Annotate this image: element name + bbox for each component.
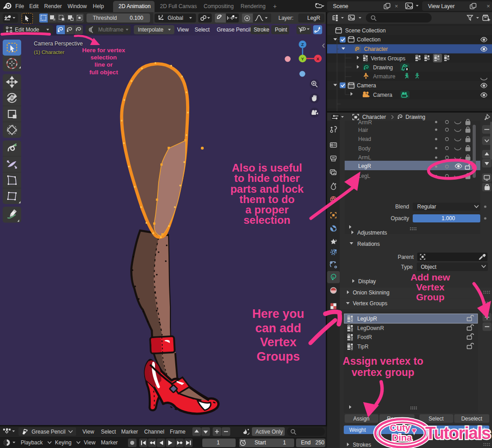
svg-text:Scene Collection: Scene Collection xyxy=(345,27,386,34)
svg-text:Body: Body xyxy=(358,145,370,152)
svg-text:LegDownR: LegDownR xyxy=(357,325,384,331)
svg-text:Channel: Channel xyxy=(144,429,164,435)
svg-text:Drawing: Drawing xyxy=(373,64,393,71)
svg-text:View: View xyxy=(84,439,96,446)
svg-text:Weight: Weight xyxy=(349,427,366,433)
svg-text:Dina: Dina xyxy=(392,432,412,443)
svg-text:TipR: TipR xyxy=(357,344,369,350)
svg-text:Type: Type xyxy=(401,264,413,270)
svg-text:View: View xyxy=(82,429,94,435)
svg-text:Frame: Frame xyxy=(170,429,186,435)
svg-text:Select: Select xyxy=(101,429,116,435)
svg-text:Opacity: Opacity xyxy=(391,215,409,222)
svg-text:Tutorials: Tutorials xyxy=(425,424,491,443)
svg-text:Assign: Assign xyxy=(353,416,369,422)
svg-text:Cuty: Cuty xyxy=(390,422,410,433)
svg-text:Head: Head xyxy=(358,136,371,142)
svg-text:Start: Start xyxy=(255,439,266,446)
svg-text:Camera: Camera xyxy=(373,92,392,98)
svg-text:Z: Z xyxy=(301,42,304,47)
svg-text:1: 1 xyxy=(217,439,220,446)
svg-text:Object: Object xyxy=(421,264,437,270)
svg-text:Hair: Hair xyxy=(358,127,368,133)
svg-text:FootR: FootR xyxy=(357,334,372,340)
svg-text:♥: ♥ xyxy=(412,426,416,435)
svg-text:Adjustments: Adjustments xyxy=(357,230,387,236)
svg-text:LegR: LegR xyxy=(358,163,371,169)
svg-text:End: End xyxy=(301,439,310,446)
svg-text:Marker: Marker xyxy=(101,439,118,446)
svg-text:Vertex Groups: Vertex Groups xyxy=(353,300,387,307)
svg-text:ArmL: ArmL xyxy=(358,154,371,161)
svg-text:1.000: 1.000 xyxy=(442,215,455,222)
svg-text:Playback: Playback xyxy=(21,439,43,446)
svg-text:Relations: Relations xyxy=(357,241,380,247)
svg-text:1: 1 xyxy=(283,439,286,446)
svg-text:Armature: Armature xyxy=(373,73,396,80)
svg-text:Display: Display xyxy=(358,278,376,285)
svg-text:Collection: Collection xyxy=(357,36,381,43)
svg-text:LegL: LegL xyxy=(358,173,370,179)
svg-text:Drawing: Drawing xyxy=(405,114,425,120)
svg-text:ArmR: ArmR xyxy=(358,119,372,126)
svg-text:X: X xyxy=(316,56,319,61)
svg-text:Keying: Keying xyxy=(55,439,72,446)
svg-text:Parent: Parent xyxy=(398,254,414,260)
svg-text:Regular: Regular xyxy=(417,204,436,210)
svg-text:Y: Y xyxy=(301,56,304,61)
svg-text:Vertex Groups: Vertex Groups xyxy=(371,55,405,62)
svg-text:Character: Character xyxy=(364,46,388,52)
svg-text:8: 8 xyxy=(406,67,408,71)
svg-text:Blend: Blend xyxy=(395,204,409,210)
svg-text:Active Only: Active Only xyxy=(255,429,283,435)
svg-text:Grease Pencil: Grease Pencil xyxy=(32,429,65,435)
svg-text:Camera: Camera xyxy=(357,82,376,89)
svg-text:Onion Skinning: Onion Skinning xyxy=(353,290,389,296)
svg-text:250: 250 xyxy=(315,439,324,446)
svg-text:Marker: Marker xyxy=(121,429,138,435)
svg-text:LegUpR: LegUpR xyxy=(357,316,377,322)
